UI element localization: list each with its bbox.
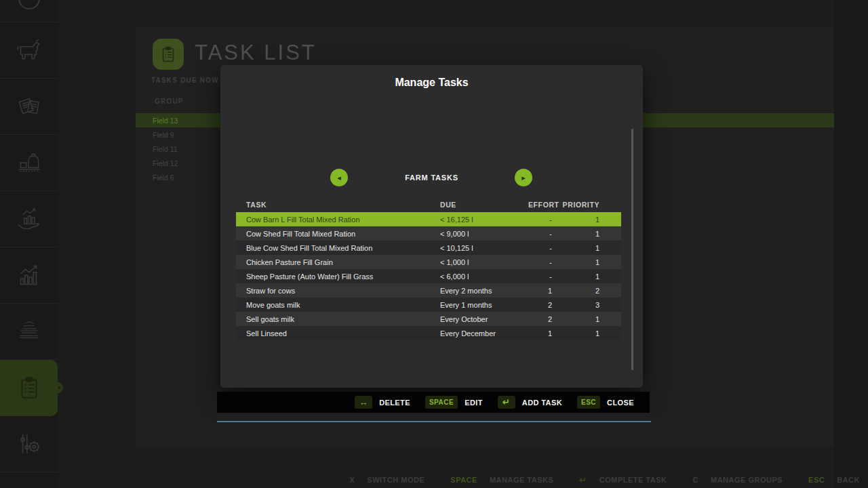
task-row[interactable]: Sheep Pasture (Auto Water) Fill Grass< 6… (236, 269, 621, 283)
animals-icon (15, 36, 43, 64)
manage-tasks-dialog: Manage Tasks ◂ FARM TASKS ▸ TASK DUE EFF… (220, 65, 643, 388)
task-name-cell: Sell Linseed (236, 329, 440, 338)
sidebar-item-clock (0, 0, 58, 22)
sidebar-item-statistics[interactable] (0, 247, 58, 304)
group-column-header: GROUP (155, 98, 184, 105)
task-due-cell: Every 1 months (440, 301, 528, 309)
help-item-switch-mode: XSWITCH MODE (350, 476, 425, 484)
header-due: DUE (440, 201, 528, 209)
task-effort-cell: - (528, 230, 552, 238)
task-row[interactable]: Straw for cowsEvery 2 months12 (236, 283, 621, 298)
separator-line (217, 421, 651, 422)
edit-button[interactable]: SPACEEDIT (425, 396, 483, 409)
keybind-badge: ESC (577, 396, 600, 409)
task-priority-cell: 1 (552, 258, 599, 266)
task-priority-cell: 1 (552, 244, 599, 252)
finances-icon (15, 205, 43, 233)
task-row[interactable]: Move goats milkEvery 1 months23 (236, 298, 621, 312)
task-due-cell: < 10,125 l (440, 244, 528, 252)
tasklist-app-icon (153, 39, 184, 70)
task-effort-cell: 2 (528, 315, 552, 323)
close-button[interactable]: ESCCLOSE (577, 396, 634, 409)
task-row[interactable]: Cow Shed Fill Total Mixed Ration< 9,000 … (236, 226, 621, 241)
contracts-icon (15, 92, 43, 121)
help-label: BACK (837, 476, 860, 484)
help-label: MANAGE GROUPS (711, 476, 783, 484)
page-right-margin (834, 0, 868, 488)
task-due-cell: Every December (440, 329, 528, 338)
page-title: TASK LIST (195, 41, 317, 65)
header-task: TASK (236, 201, 440, 209)
button-label: ADD TASK (522, 399, 562, 407)
task-row[interactable]: Blue Cow Shed Fill Total Mixed Ration< 1… (236, 241, 621, 255)
help-item-manage-groups: CMANAGE GROUPS (693, 476, 783, 484)
bottom-help-bar: XSWITCH MODESPACEMANAGE TASKS↵COMPLETE T… (0, 472, 860, 488)
game-screen: ▸ TASK LIST TASKS DUE NOW GROUP Field 13… (0, 0, 868, 488)
task-due-cell: < 16,125 l (440, 216, 528, 224)
help-item-complete-task: ↵COMPLETE TASK (579, 475, 667, 485)
task-name-cell: Straw for cows (236, 287, 440, 295)
button-label: DELETE (379, 399, 410, 407)
task-row[interactable]: Cow Barn L Fill Total Mixed Ration< 16,1… (236, 212, 621, 226)
tasks-due-now-label: TASKS DUE NOW (151, 77, 219, 84)
task-due-cell: < 1,000 l (440, 258, 528, 266)
task-priority-cell: 1 (552, 272, 599, 281)
task-due-cell: Every 2 months (440, 287, 528, 295)
header-effort: EFFORT (528, 201, 552, 209)
settings-icon (15, 430, 43, 458)
sidebar-item-production[interactable] (0, 135, 58, 191)
sidebar-item-finances[interactable] (0, 191, 58, 247)
button-label: EDIT (465, 399, 483, 407)
task-priority-cell: 2 (552, 287, 599, 295)
task-effort-cell: - (528, 258, 552, 266)
task-row[interactable]: Chicken Pasture Fill Grain< 1,000 l-1 (236, 255, 621, 269)
delete-button[interactable]: ↔DELETE (355, 396, 410, 409)
help-key: C (693, 476, 698, 484)
task-effort-cell: - (528, 216, 552, 224)
help-key: ↵ (579, 475, 587, 485)
task-name-cell: Chicken Pasture Fill Grain (236, 258, 440, 266)
statistics-icon (15, 261, 43, 289)
header-priority: PRIORITY (552, 201, 599, 209)
task-due-cell: < 6,000 l (440, 272, 528, 281)
task-effort-cell: 1 (528, 287, 552, 295)
task-priority-cell: 1 (552, 315, 599, 323)
help-item-manage-tasks: SPACEMANAGE TASKS (450, 476, 553, 484)
task-priority-cell: 3 (552, 301, 599, 309)
button-label: CLOSE (607, 399, 634, 407)
task-table-body: Cow Barn L Fill Total Mixed Ration< 16,1… (236, 212, 621, 340)
task-due-cell: Every October (440, 315, 528, 323)
keybind-badge: ↔ (355, 396, 372, 409)
add-task-button[interactable]: ↵ADD TASK (498, 396, 562, 409)
task-row[interactable]: Sell goats milkEvery October21 (236, 312, 621, 326)
task-row[interactable]: Sell LinseedEvery December11 (236, 326, 621, 340)
task-name-cell: Move goats milk (236, 301, 440, 309)
keybind-badge: ↵ (498, 396, 515, 409)
task-due-cell: < 9,000 l (440, 230, 528, 238)
sidebar-item-dairy[interactable] (0, 304, 58, 360)
production-icon (15, 148, 43, 177)
sidebar-item-animals[interactable] (0, 22, 58, 79)
sidebar-item-contracts[interactable] (0, 79, 58, 135)
sidebar-item-tasks[interactable]: ▸ (0, 360, 58, 416)
tasklist-icon (15, 373, 43, 402)
dialog-footer-bar: ↔DELETESPACEEDIT↵ADD TASKESCCLOSE (217, 392, 650, 413)
task-priority-cell: 1 (552, 329, 599, 338)
help-item-back: ESCBACK (808, 476, 860, 484)
task-priority-cell: 1 (552, 230, 599, 238)
task-name-cell: Blue Cow Shed Fill Total Mixed Ration (236, 244, 440, 252)
task-name-cell: Cow Barn L Fill Total Mixed Ration (236, 216, 440, 224)
sidebar: ▸ (0, 0, 58, 488)
dialog-scrollbar[interactable] (631, 129, 633, 370)
help-label: MANAGE TASKS (490, 476, 553, 484)
task-table: TASK DUE EFFORT PRIORITY Cow Barn L Fill… (236, 197, 621, 340)
help-key: ESC (808, 476, 825, 484)
clock-icon (16, 0, 43, 22)
task-name-cell: Sheep Pasture (Auto Water) Fill Grass (236, 272, 440, 281)
task-table-header: TASK DUE EFFORT PRIORITY (236, 197, 621, 212)
task-name-cell: Cow Shed Fill Total Mixed Ration (236, 230, 440, 238)
task-effort-cell: 2 (528, 301, 552, 309)
next-category-button[interactable]: ▸ (515, 169, 532, 186)
sidebar-item-settings[interactable] (0, 416, 58, 472)
help-key: SPACE (450, 476, 477, 484)
